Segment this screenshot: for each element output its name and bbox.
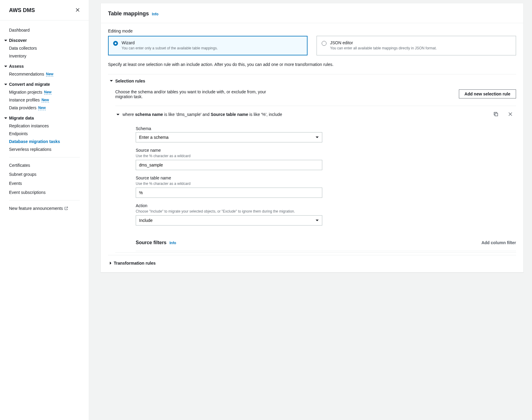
action-select[interactable]: Include [136, 215, 322, 226]
source-name-field: Source name Use the % character as a wil… [136, 148, 322, 170]
field-label: Schema [136, 126, 322, 131]
sidebar-item-event-subscriptions[interactable]: Event subscriptions [0, 190, 89, 195]
radio-description: You can enter all available table mappin… [330, 46, 437, 51]
radio-description: You can enter only a subset of the avail… [122, 46, 218, 51]
external-link-icon [64, 206, 68, 210]
chevron-down-icon [4, 66, 7, 67]
source-filters-row: Source filters Info Add column filter [136, 235, 516, 251]
selection-rules-body: Choose the schema and/or tables you want… [108, 88, 516, 255]
sidebar-nav: Dashboard Discover Data collectors Inven… [0, 20, 89, 215]
rule-item-header: where schema name is like 'dms_sample' a… [115, 106, 516, 123]
sidebar-section-toggle[interactable]: Assess [4, 64, 80, 69]
sidebar-link[interactable]: New feature announcements [9, 206, 63, 211]
close-icon [508, 111, 513, 117]
new-badge: New [46, 72, 54, 76]
sidebar-link[interactable]: Data collectors [9, 46, 37, 51]
add-column-filter-button[interactable]: Add column filter [481, 240, 516, 245]
chevron-down-icon [4, 40, 7, 41]
radio-icon [113, 41, 118, 46]
transformation-rules-toggle[interactable]: Transformation rules [108, 255, 516, 272]
table-mappings-panel: Table mappings Info Editing mode Wizard … [101, 3, 524, 272]
main-content: Table mappings Info Editing mode Wizard … [89, 0, 532, 420]
selection-rules-intro: Choose the schema and/or tables you want… [115, 88, 516, 106]
sidebar-link[interactable]: Serverless replications [9, 147, 51, 152]
sidebar-item-announcements[interactable]: New feature announcements [0, 206, 89, 211]
sidebar-item-inventory[interactable]: Inventory [9, 54, 80, 58]
source-name-input[interactable] [136, 160, 322, 170]
source-table-name-input[interactable] [136, 188, 322, 198]
delete-rule-button[interactable] [507, 111, 514, 118]
sidebar-link[interactable]: Database migration tasks [9, 139, 60, 144]
instruction-text: Specify at least one selection rule with… [108, 62, 516, 67]
selection-rule-item: where schema name is like 'dms_sample' a… [115, 106, 516, 253]
radio-wizard[interactable]: Wizard You can enter only a subset of th… [108, 36, 308, 55]
sidebar-link[interactable]: Event subscriptions [9, 190, 45, 195]
sidebar-item-certificates[interactable]: Certificates [0, 163, 89, 168]
duplicate-rule-button[interactable] [493, 111, 499, 118]
app-title: AWS DMS [9, 7, 35, 14]
panel-header: Table mappings Info [101, 3, 523, 23]
sidebar-close-button[interactable] [74, 6, 82, 15]
sidebar-link[interactable]: Certificates [9, 163, 30, 168]
add-selection-rule-button[interactable]: Add new selection rule [459, 89, 516, 98]
schema-select[interactable]: Enter a schema [136, 132, 322, 142]
sidebar-item-events[interactable]: Events [0, 181, 89, 186]
sidebar-item-data-providers[interactable]: Data providers New [9, 105, 80, 110]
section-title: Transformation rules [114, 261, 156, 266]
rule-summary-toggle[interactable]: where schema name is like 'dms_sample' a… [116, 112, 282, 117]
sidebar-link[interactable]: Subnet groups [9, 172, 36, 177]
sidebar-item-migration-projects[interactable]: Migration projects New [9, 90, 80, 95]
sidebar-link[interactable]: Instance profiles [9, 98, 40, 102]
sidebar-section-assess: Assess Recommendations New [0, 64, 89, 76]
close-icon [75, 7, 80, 13]
field-help: Use the % character as a wildcard [136, 182, 322, 186]
radio-icon [322, 41, 326, 46]
sidebar-section-toggle[interactable]: Migrate data [4, 116, 80, 120]
field-label: Source table name [136, 176, 322, 180]
sidebar-section-convert: Convert and migrate Migration projects N… [0, 82, 89, 110]
radio-json-editor[interactable]: JSON editor You can enter all available … [317, 36, 516, 55]
sidebar-link[interactable]: Dashboard [9, 28, 30, 33]
sidebar-link[interactable]: Recommendations [9, 72, 44, 76]
divider [9, 200, 80, 201]
sidebar-link[interactable]: Inventory [9, 54, 26, 58]
sidebar-link[interactable]: Migration projects [9, 90, 42, 95]
sidebar-section-label: Convert and migrate [9, 82, 50, 87]
sidebar-section-toggle[interactable]: Convert and migrate [4, 82, 80, 87]
chevron-down-icon [116, 114, 119, 115]
field-label: Action [136, 203, 322, 208]
editing-mode-label: Editing mode [108, 29, 516, 33]
selection-rules-toggle[interactable]: Selection rules [108, 74, 516, 88]
info-link[interactable]: Info [169, 241, 176, 245]
sidebar-item-replication-instances[interactable]: Replication instances [9, 123, 80, 128]
sidebar-item-instance-profiles[interactable]: Instance profiles New [9, 98, 80, 102]
chevron-down-icon [4, 117, 7, 119]
radio-title: Wizard [122, 40, 218, 45]
sidebar-item-database-migration-tasks[interactable]: Database migration tasks [9, 139, 80, 144]
sidebar-item-subnet-groups[interactable]: Subnet groups [0, 172, 89, 177]
sidebar-item-data-collectors[interactable]: Data collectors [9, 46, 80, 51]
section-title: Selection rules [115, 79, 145, 83]
sidebar-link[interactable]: Replication instances [9, 123, 49, 128]
sidebar-section-toggle[interactable]: Discover [4, 38, 80, 43]
sidebar-header: AWS DMS [0, 0, 89, 20]
editing-mode-radio-group: Wizard You can enter only a subset of th… [108, 36, 516, 55]
selection-rules-section: Selection rules Choose the schema and/or… [108, 74, 516, 255]
sidebar-link[interactable]: Endpoints [9, 131, 28, 136]
sidebar-item-serverless-replications[interactable]: Serverless replications [9, 147, 80, 152]
divider [9, 157, 80, 157]
radio-title: JSON editor [330, 40, 437, 45]
sidebar-section-migrate-data: Migrate data Replication instances Endpo… [0, 116, 89, 152]
sidebar-item-dashboard[interactable]: Dashboard [0, 28, 89, 33]
chevron-right-icon [110, 262, 111, 265]
info-link[interactable]: Info [152, 12, 159, 16]
sidebar-link[interactable]: Data providers [9, 105, 36, 110]
rule-action-icons [493, 111, 516, 118]
sidebar-link[interactable]: Events [9, 181, 22, 186]
copy-icon [493, 111, 499, 117]
sidebar-item-endpoints[interactable]: Endpoints [9, 131, 80, 136]
new-badge: New [42, 98, 49, 102]
sidebar-item-recommendations[interactable]: Recommendations New [9, 72, 80, 76]
sidebar-section-label: Discover [9, 38, 27, 43]
source-filters-title: Source filters [136, 240, 166, 245]
